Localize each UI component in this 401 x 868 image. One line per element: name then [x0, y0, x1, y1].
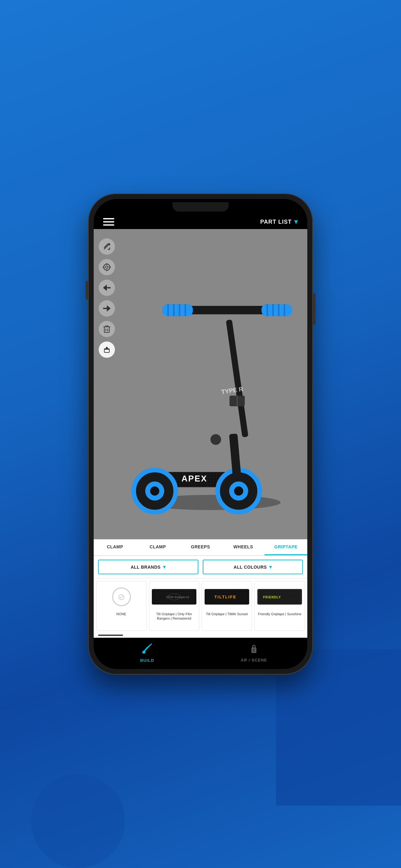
svg-line-64 — [144, 646, 149, 651]
svg-point-18 — [106, 347, 107, 348]
scroll-indicator — [94, 633, 307, 638]
tilt-film-griptape-image: (film bangers) — [152, 589, 196, 604]
svg-rect-36 — [162, 304, 193, 316]
scale-button[interactable] — [99, 342, 115, 358]
svg-point-65 — [142, 651, 145, 654]
tab-clamp1[interactable]: CLAMP — [94, 539, 136, 555]
filter-row: ALL BRANDS ▾ ALL COLOURS ▾ — [94, 556, 307, 578]
product-tilt-sunset-name: Tilt Griptape | Tiltlife Sunset — [206, 612, 248, 616]
svg-point-31 — [150, 487, 159, 496]
svg-rect-41 — [261, 304, 292, 316]
side-toolbar — [99, 239, 115, 358]
svg-marker-9 — [103, 285, 110, 291]
friendly-griptape-image: FRIENDLY — [257, 589, 302, 604]
tab-clamp2[interactable]: CLAMP — [136, 539, 179, 555]
product-none-image-area: ⊘ — [99, 584, 144, 609]
target-button[interactable] — [99, 259, 115, 275]
svg-point-34 — [210, 434, 221, 445]
brands-filter-label: ALL BRANDS — [131, 565, 161, 569]
product-friendly-name: Friendly Griptape | Sunshine — [258, 612, 301, 616]
hamburger-line-3 — [103, 224, 114, 226]
part-list-chevron: ▾ — [294, 218, 298, 226]
colours-chevron: ▾ — [269, 564, 272, 570]
colours-filter-label: ALL COLOURS — [234, 565, 267, 569]
svg-text:FRIENDLY: FRIENDLY — [263, 595, 281, 599]
product-card-tilt-sunset[interactable]: TILTLIFE Tilt Griptape | Tiltlife Sunset — [202, 581, 252, 631]
product-tilt-sunset-image-area: TILTLIFE — [205, 584, 249, 609]
svg-rect-68 — [253, 650, 255, 652]
phone-shell: PART LIST ▾ — [88, 193, 313, 675]
notch — [172, 202, 229, 212]
svg-text:(film bangers): (film bangers) — [166, 595, 190, 599]
build-label: BUILD — [140, 658, 154, 663]
tab-wheels[interactable]: WHEELS — [222, 539, 265, 555]
brands-chevron: ▾ — [163, 564, 166, 570]
svg-marker-11 — [103, 305, 110, 312]
hamburger-line-1 — [103, 218, 114, 219]
ar-scene-icon — [248, 643, 259, 656]
part-list-button[interactable]: PART LIST ▾ — [260, 218, 298, 226]
products-grid: ⊘ NONE — [94, 578, 307, 633]
product-tilt-film-name: Tilt Griptape | Only Film Bangers | Rema… — [152, 612, 196, 621]
svg-text:APEX: APEX — [181, 474, 207, 484]
status-bar — [94, 199, 307, 215]
product-card-friendly-sunshine[interactable]: FRIENDLY Friendly Griptape | Sunshine — [255, 581, 305, 631]
bottom-navigation: BUILD AR / SCENE — [94, 638, 307, 669]
hamburger-line-2 — [103, 221, 114, 222]
share-button[interactable] — [99, 239, 115, 255]
svg-rect-12 — [104, 327, 109, 333]
nav-ar-scene[interactable]: AR / SCENE — [201, 638, 307, 669]
ar-label: AR / SCENE — [241, 658, 267, 662]
tilt-sunset-griptape-image: TILTLIFE — [205, 589, 249, 604]
volume-button — [86, 281, 88, 300]
product-card-none[interactable]: ⊘ NONE — [96, 581, 146, 631]
colours-filter-button[interactable]: ALL COLOURS ▾ — [203, 560, 303, 574]
none-slash: ⊘ — [118, 592, 125, 602]
scooter-viewer: APEX — [94, 229, 307, 539]
svg-point-28 — [234, 487, 243, 496]
phone-screen: PART LIST ▾ — [94, 199, 307, 669]
tab-greeps[interactable]: GREEPS — [179, 539, 222, 555]
category-tabs: CLAMP CLAMP GREEPS WHEELS GRIPTAPE — [94, 539, 307, 556]
none-icon: ⊘ — [112, 587, 131, 606]
scooter-illustration: APEX — [94, 229, 307, 539]
delete-button[interactable] — [99, 321, 115, 337]
brands-filter-button[interactable]: ALL BRANDS ▾ — [98, 560, 198, 574]
svg-point-3 — [106, 266, 108, 269]
top-navigation: PART LIST ▾ — [94, 215, 307, 229]
forward-button[interactable] — [99, 300, 115, 316]
scooter-3d-view[interactable]: APEX — [94, 229, 307, 539]
hamburger-menu-button[interactable] — [103, 218, 114, 226]
nav-build[interactable]: BUILD — [94, 638, 201, 669]
svg-text:TILTLIFE: TILTLIFE — [214, 595, 237, 599]
product-card-tilt-film[interactable]: (film bangers) Tilt Griptape | Only Film… — [149, 581, 199, 631]
app-background: PART LIST ▾ — [0, 0, 401, 868]
back-button[interactable] — [99, 280, 115, 296]
product-tilt-film-image-area: (film bangers) — [152, 584, 196, 609]
scroll-bar — [98, 634, 123, 636]
power-button — [313, 293, 315, 324]
product-none-name: NONE — [116, 612, 127, 616]
build-icon — [141, 643, 153, 656]
product-friendly-image-area: FRIENDLY — [257, 584, 302, 609]
part-list-label: PART LIST — [260, 219, 292, 225]
tab-griptape[interactable]: GRIPTAPE — [265, 539, 307, 555]
